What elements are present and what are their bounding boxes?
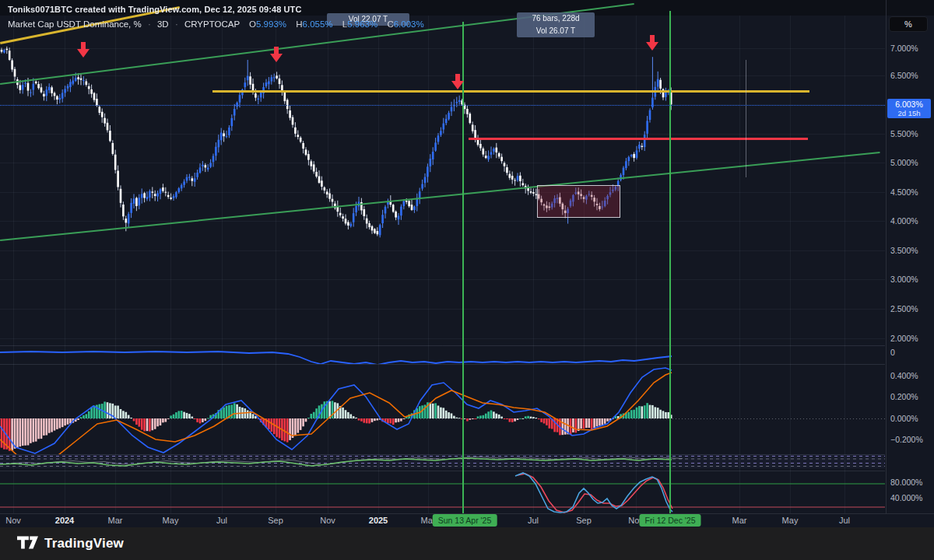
time-axis-label: Mar [732, 516, 747, 525]
legend-separator: · [175, 19, 178, 29]
time-axis-label: Jul [528, 516, 539, 525]
time-axis-label: Sep [268, 516, 283, 525]
price-axis-label: 3.500% [890, 246, 918, 255]
ohlc-high-value: 6.055% [303, 19, 333, 29]
chart-plot-area[interactable]: Vol 22.07 T 76 bars, 228d Vol 26.07 T To… [0, 0, 886, 513]
time-axis-label: Sep [576, 516, 592, 525]
time-axis-label: Jul [839, 516, 850, 525]
time-axis-label: Jul [216, 516, 227, 525]
time-axis-highlight: Fri 12 Dec '25 [639, 514, 700, 527]
price-axis-label: 0 [890, 348, 895, 357]
time-axis-label: May [782, 516, 799, 525]
price-axis-label: 5.500% [890, 129, 918, 138]
time-axis-label: 2025 [369, 516, 388, 525]
price-axis-label: 2.000% [890, 334, 918, 343]
attribution-watermark: Toniks0071BTC created with TradingView.c… [8, 5, 301, 14]
current-price-tag: 6.003% 2d 15h [887, 99, 931, 118]
tradingview-brand-text: TradingView [44, 536, 124, 551]
measure-tooltip: 76 bars, 228d Vol 26.07 T [517, 12, 595, 37]
price-axis-label: 40.000% [890, 493, 922, 502]
price-axis-label: 3.000% [890, 275, 918, 284]
current-price-value: 6.003% [887, 99, 931, 110]
unit-percent-button[interactable]: % [889, 16, 928, 32]
time-axis-label: Mar [108, 516, 123, 525]
footer-bar: TradingView [0, 527, 934, 560]
ohlc-high-letter: H [296, 19, 302, 29]
price-axis-label: 2.500% [890, 304, 918, 313]
ohlc-low-value: 5.963% [347, 19, 377, 29]
time-axis-highlight: Sun 13 Apr '25 [433, 514, 497, 527]
interval-label: 3D [157, 19, 169, 29]
price-axis-label: 4.500% [890, 187, 918, 197]
symbol-title: Market Cap USDT Dominance, % [8, 19, 142, 29]
price-axis-label: 6.500% [890, 71, 918, 80]
measure-volume-text: Vol 26.07 T [517, 25, 595, 37]
price-axis-label: 80.000% [890, 478, 922, 487]
price-axis[interactable]: % 7.000%6.500%5.500%5.000%4.500%4.000%3.… [886, 0, 934, 513]
price-axis-strip [887, 0, 934, 16]
tradingview-logo-icon [17, 536, 38, 552]
tradingview-chart-window: { "watermark": "Toniks0071BTC created wi… [0, 0, 934, 560]
ohlc-open-value: 5.993% [256, 19, 286, 29]
legend-separator: · [148, 19, 151, 29]
price-axis-label: 4.000% [890, 216, 918, 226]
ohlc-close-letter: C [387, 19, 393, 29]
time-axis-label: May [163, 516, 179, 525]
price-axis-label: −0.200% [890, 435, 923, 444]
price-axis-label: 0.200% [890, 392, 918, 401]
time-axis-label: 2024 [55, 516, 74, 525]
time-axis[interactable]: Nov2024MarMayJulSepNov2025MarJulSepNovMa… [0, 513, 934, 528]
measure-bars-text: 76 bars, 228d [517, 12, 595, 25]
symbol-legend[interactable]: Market Cap USDT Dominance, % · 3D · CRYP… [8, 19, 424, 29]
price-axis-label: 0.000% [890, 414, 918, 423]
time-axis-label: Nov [5, 516, 21, 525]
time-axis-label: Nov [320, 516, 335, 525]
price-axis-label: 7.000% [890, 44, 918, 53]
bar-countdown: 2d 15h [887, 110, 931, 117]
price-axis-label: 0.400% [890, 371, 918, 380]
exchange-label: CRYPTOCAP [184, 19, 240, 29]
ohlc-open-letter: O [249, 19, 256, 29]
tradingview-logo[interactable]: TradingView [17, 536, 124, 552]
labels-layer: Vol 22.07 T 76 bars, 228d Vol 26.07 T [0, 0, 886, 513]
ohlc-close-value: 6.003% [394, 19, 424, 29]
price-axis-label: 5.000% [890, 158, 918, 167]
